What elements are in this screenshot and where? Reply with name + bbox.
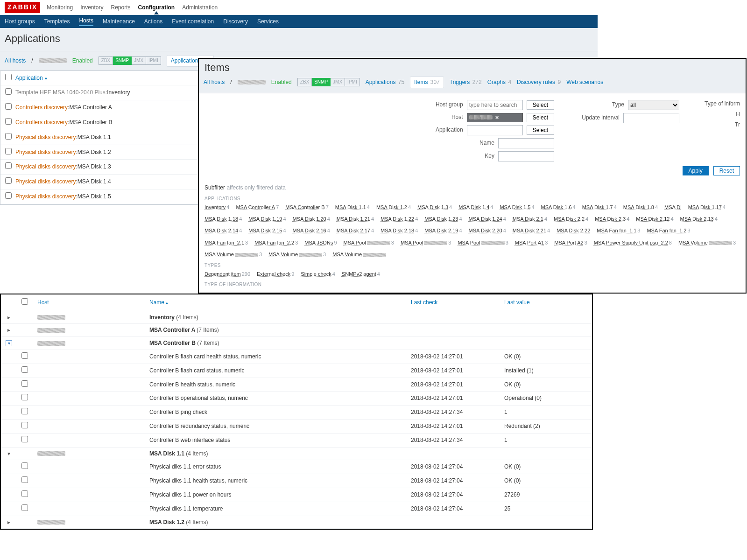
subfilter-chip[interactable]: MSA Disk 2.164 [293, 227, 330, 234]
subfilter-chip[interactable]: MSA Controller A7 [236, 204, 279, 211]
subfilter-chip[interactable]: Inventory4 [204, 204, 229, 211]
host-select-button[interactable]: Select [527, 113, 554, 122]
subfilter-chip[interactable]: MSA Pool3 [344, 239, 394, 246]
application-name[interactable]: MSA Controller B [69, 119, 112, 126]
subnav-item[interactable]: Services [257, 18, 279, 26]
proto-tag[interactable]: JMX [132, 56, 146, 65]
proto-tag[interactable]: ZBX [99, 56, 113, 65]
crumb-tab[interactable]: Items 307 [410, 77, 444, 88]
item-checkbox[interactable] [21, 504, 28, 511]
proto-tag[interactable]: ZBX [297, 78, 312, 86]
row-checkbox[interactable] [5, 162, 12, 169]
subfilter-chip[interactable]: MSA Disk 1.214 [337, 216, 374, 223]
subfilter-chip[interactable]: MSA Disk 1.44 [458, 204, 493, 211]
name-input[interactable] [498, 138, 554, 148]
item-name[interactable]: Controller B flash card health status, n… [145, 350, 406, 364]
subfilter-chip[interactable]: MSA Disk 1.184 [204, 216, 242, 223]
subfilter-chip[interactable]: MSA Disk 1.74 [582, 204, 617, 211]
subfilter-chip[interactable]: MSA Di [664, 204, 682, 211]
host-name[interactable] [37, 315, 65, 320]
host-pill[interactable]: × [467, 113, 523, 122]
item-name[interactable]: Controller B redundancy status, numeric [145, 419, 406, 433]
application-input[interactable] [467, 125, 523, 135]
application-source[interactable]: Controllers discovery [15, 119, 68, 126]
subfilter-chip[interactable]: MSA Fan fan_1.23 [647, 227, 690, 234]
row-checkbox[interactable] [5, 192, 12, 199]
subfilter-chip[interactable]: MSA Volume3 [268, 251, 326, 258]
item-checkbox[interactable] [21, 352, 28, 359]
subnav-item[interactable]: Event correlation [172, 18, 214, 26]
subfilter-chip[interactable]: MSA Power Supply Unit psu_2.28 [594, 239, 672, 246]
type-select[interactable]: all [628, 100, 679, 110]
subnav-item[interactable]: Templates [44, 18, 70, 26]
subfilter-chip[interactable]: MSA Disk 2.184 [381, 227, 418, 234]
host-name[interactable] [37, 520, 65, 525]
subfilter-chip[interactable]: MSA Disk 1.194 [248, 216, 286, 223]
item-name[interactable]: Physical diks 1.1 health status, numeric [145, 474, 406, 488]
host-name[interactable] [37, 341, 65, 346]
application-source[interactable]: Physical disks discovery [15, 178, 76, 186]
topnav-item[interactable]: Inventory [80, 4, 103, 11]
crumb-tab[interactable]: Discovery rules 9 [517, 78, 561, 86]
application-name[interactable]: MSA Disk 1.2 [78, 148, 111, 156]
reset-button[interactable]: Reset [713, 166, 740, 175]
item-name[interactable]: Controller B flash card status, numeric [145, 364, 406, 378]
subnav-item[interactable]: Hosts [79, 17, 93, 27]
subfilter-chip[interactable]: MSA Pool3 [458, 239, 508, 246]
topnav-item[interactable]: Configuration [138, 4, 175, 11]
application-select-button[interactable]: Select [527, 126, 554, 135]
hostgroup-select-button[interactable]: Select [527, 100, 554, 110]
subfilter-chip[interactable]: MSA Disk 1.224 [381, 216, 418, 223]
subfilter-chip[interactable]: MSA Port A23 [554, 239, 587, 246]
row-checkbox[interactable] [5, 148, 12, 154]
column-application[interactable]: Application ▴ [15, 74, 47, 82]
expand-caret-icon[interactable]: ▸ [6, 518, 12, 526]
item-checkbox[interactable] [21, 408, 28, 414]
latest-select-all[interactable] [21, 298, 28, 305]
subfilter-chip[interactable]: MSA Disk 2.154 [248, 227, 286, 234]
item-name[interactable]: Controller B web interface status [145, 433, 406, 447]
subfilter-chip[interactable]: MSA Disk 2.14 [513, 216, 547, 223]
subfilter-chip[interactable]: MSA Port A13 [515, 239, 548, 246]
item-checkbox[interactable] [21, 476, 28, 483]
subfilter-chip[interactable]: MSA Disk 2.22 [557, 227, 590, 234]
topnav-item[interactable]: Monitoring [47, 4, 73, 11]
col-host[interactable]: Host [37, 299, 49, 306]
crumb-allhosts[interactable]: All hosts [5, 57, 26, 65]
proto-tag[interactable]: JMX [331, 78, 345, 86]
topnav-item[interactable]: Reports [111, 4, 131, 11]
subfilter-chip[interactable]: MSA Volume3 [204, 251, 262, 258]
topnav-item[interactable]: Administration [182, 4, 218, 11]
crumb-hostname[interactable] [238, 80, 266, 84]
subfilter-chip[interactable]: MSA Volume [332, 251, 386, 258]
subnav-item[interactable]: Actions [144, 18, 162, 26]
group-name[interactable]: MSA Disk 1.2 (4 Items) [149, 519, 208, 525]
row-checkbox[interactable] [5, 177, 12, 184]
subfilter-chip[interactable]: MSA Disk 2.34 [595, 216, 629, 223]
item-checkbox[interactable] [21, 490, 28, 497]
expand-caret-icon[interactable]: ▾ [6, 340, 12, 346]
application-source[interactable]: Template HPE MSA 1040-2040 Plus [15, 89, 106, 97]
subfilter-chip[interactable]: MSA Disk 2.134 [680, 216, 718, 223]
crumb-tab[interactable]: Web scenarios [566, 78, 603, 86]
item-name[interactable]: Physical diks 1.1 temperature [145, 502, 406, 516]
expand-caret-icon[interactable]: ▸ [6, 326, 12, 334]
col-name[interactable]: Name [149, 299, 164, 306]
subnav-item[interactable]: Discovery [223, 18, 248, 26]
crumb-tab[interactable]: Triggers 272 [450, 78, 482, 86]
subfilter-chip[interactable]: MSA Disk 1.84 [623, 204, 658, 211]
subfilter-chip[interactable]: External check9 [257, 271, 294, 278]
row-checkbox[interactable] [5, 103, 12, 110]
subfilter-chip[interactable]: MSA Disk 1.24 [376, 204, 411, 211]
key-input[interactable] [498, 151, 554, 161]
subfilter-chip[interactable]: MSA Disk 1.14 [335, 204, 370, 211]
subnav-item[interactable]: Maintenance [103, 18, 135, 26]
subnav-item[interactable]: Host groups [5, 18, 35, 26]
crumb-tab[interactable]: Applications 75 [366, 78, 404, 86]
group-name[interactable]: MSA Controller A (7 Items) [149, 327, 219, 333]
application-name[interactable]: MSA Disk 1.5 [78, 193, 111, 201]
item-checkbox[interactable] [21, 394, 28, 400]
subfilter-chip[interactable]: MSA Disk 1.174 [688, 204, 726, 211]
crumb-tab[interactable]: Graphs 4 [487, 78, 511, 86]
subfilter-chip[interactable]: MSA Disk 2.24 [554, 216, 588, 223]
